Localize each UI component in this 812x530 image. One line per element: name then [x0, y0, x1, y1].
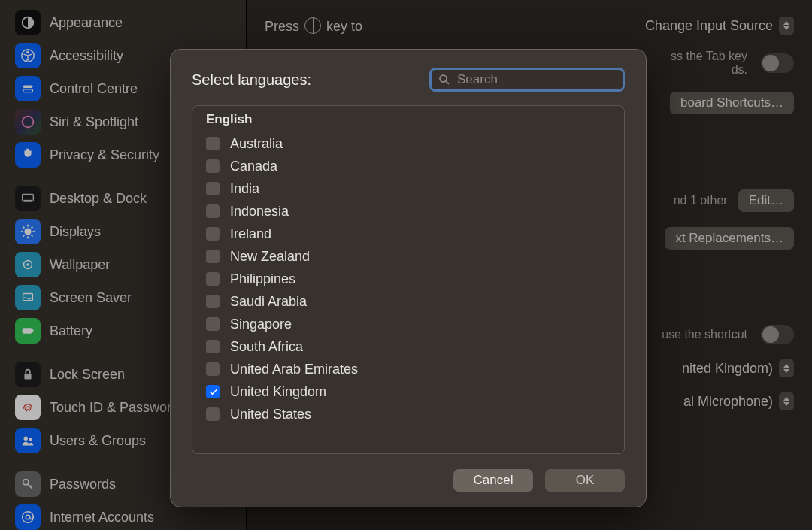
language-row[interactable]: Singapore: [192, 313, 624, 335]
language-checkbox[interactable]: [206, 295, 220, 308]
language-checkbox[interactable]: [206, 227, 220, 241]
language-label: New Zealand: [230, 249, 310, 265]
language-checkbox[interactable]: [206, 362, 220, 376]
language-row[interactable]: Indonesia: [192, 200, 624, 223]
language-checkbox[interactable]: [206, 204, 220, 218]
search-field[interactable]: [429, 68, 625, 92]
language-row[interactable]: Saudi Arabia: [192, 290, 624, 313]
language-label: South Africa: [230, 339, 303, 355]
language-checkbox[interactable]: [206, 317, 220, 331]
language-checkbox[interactable]: [206, 272, 220, 286]
language-row[interactable]: India: [192, 177, 624, 200]
language-row[interactable]: United Arab Emirates: [192, 358, 624, 380]
language-checkbox[interactable]: [206, 159, 220, 173]
svg-point-29: [440, 75, 447, 82]
language-label: Singapore: [230, 316, 292, 332]
language-checkbox[interactable]: [206, 137, 220, 150]
language-row[interactable]: Ireland: [192, 223, 624, 245]
language-group-header: English: [192, 106, 624, 132]
language-checkbox[interactable]: [206, 182, 220, 195]
language-label: Indonesia: [230, 204, 289, 220]
language-row[interactable]: United Kingdom: [192, 380, 624, 403]
search-icon: [438, 73, 451, 86]
language-label: Australia: [230, 136, 283, 152]
language-checkbox[interactable]: [206, 340, 220, 353]
select-languages-modal: Select languages: English AustraliaCanad…: [170, 49, 647, 507]
language-checkbox[interactable]: [206, 385, 220, 398]
language-label: United Arab Emirates: [230, 362, 358, 377]
language-label: Canada: [230, 159, 277, 174]
language-listbox: English AustraliaCanadaIndiaIndonesiaIre…: [192, 105, 625, 454]
language-row[interactable]: New Zealand: [192, 245, 624, 268]
language-row[interactable]: Australia: [192, 132, 624, 155]
language-label: Saudi Arabia: [230, 294, 307, 310]
language-label: Philippines: [230, 271, 295, 287]
ok-button[interactable]: OK: [545, 469, 625, 492]
svg-line-30: [446, 81, 449, 84]
search-input[interactable]: [457, 72, 617, 87]
language-row[interactable]: Philippines: [192, 268, 624, 290]
language-label: United States: [230, 407, 311, 422]
language-checkbox[interactable]: [206, 250, 220, 263]
modal-title: Select languages:: [192, 71, 311, 89]
cancel-button[interactable]: Cancel: [453, 469, 533, 492]
language-label: Ireland: [230, 226, 271, 242]
language-checkbox[interactable]: [206, 407, 220, 421]
language-row[interactable]: South Africa: [192, 335, 624, 358]
language-row[interactable]: United States: [192, 403, 624, 426]
language-list-scroll[interactable]: English AustraliaCanadaIndiaIndonesiaIre…: [192, 106, 624, 453]
language-row[interactable]: Canada: [192, 155, 624, 177]
language-label: India: [230, 181, 259, 197]
language-label: United Kingdom: [230, 384, 326, 400]
